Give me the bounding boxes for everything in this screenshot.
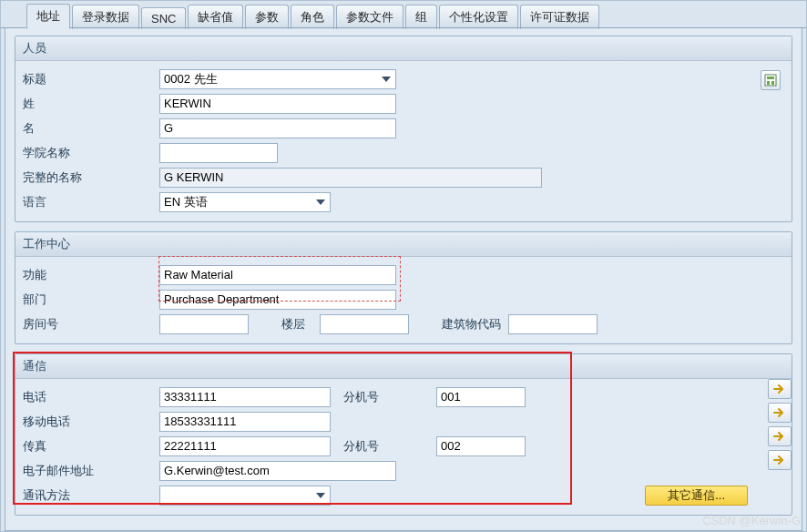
label-phone: 电话 (23, 389, 159, 405)
tab-label: 参数文件 (346, 10, 393, 24)
group-workcenter: 工作中心 功能 部门 房间号 楼层 建筑物代码 (15, 231, 792, 344)
input-fax-ext[interactable] (436, 436, 526, 456)
group-person: 人员 标题 0002 先生 姓 名 (15, 36, 792, 222)
svg-rect-1 (767, 77, 774, 79)
tab-label: 许可证数据 (530, 10, 589, 24)
input-building[interactable] (508, 314, 598, 334)
page-layout-icon[interactable] (761, 70, 781, 90)
tab-profiles[interactable]: 参数文件 (336, 5, 404, 29)
input-room[interactable] (159, 314, 249, 334)
select-language[interactable]: EN 英语 (159, 192, 331, 212)
tab-snc[interactable]: SNC (141, 7, 186, 29)
more-button-email[interactable] (768, 450, 792, 470)
input-department[interactable] (159, 290, 396, 310)
chevron-down-icon (313, 194, 328, 210)
label-mobile: 移动电话 (23, 414, 159, 430)
label-fax: 传真 (23, 438, 159, 455)
input-fax[interactable] (159, 436, 331, 456)
label-lastname: 姓 (23, 96, 159, 112)
tab-personalization[interactable]: 个性化设置 (439, 5, 518, 29)
input-phone[interactable] (159, 387, 331, 407)
label-floor: 楼层 (274, 316, 320, 332)
svg-rect-0 (765, 75, 776, 86)
select-title[interactable]: 0002 先生 (159, 69, 396, 89)
label-room: 房间号 (23, 316, 159, 332)
select-value: EN 英语 (164, 194, 208, 210)
tab-label: 地址 (36, 9, 60, 23)
input-lastname[interactable] (159, 94, 396, 114)
tab-license[interactable]: 许可证数据 (520, 5, 599, 29)
button-label: 其它通信... (668, 487, 725, 504)
tab-label: 角色 (301, 10, 324, 24)
svg-rect-3 (771, 81, 774, 85)
tab-label: 登录数据 (82, 10, 129, 24)
group-communication: 通信 电话 分机号 移动电话 传真 分机号 (15, 353, 792, 516)
more-button-phone[interactable] (768, 379, 792, 399)
tab-label: 缺省值 (198, 10, 233, 24)
label-function: 功能 (23, 267, 159, 283)
label-method: 通讯方法 (23, 487, 159, 504)
label-email: 电子邮件地址 (23, 463, 159, 479)
chevron-down-icon (313, 487, 328, 504)
tab-label: 组 (415, 10, 427, 24)
label-fax-ext: 分机号 (336, 438, 436, 455)
more-button-mobile[interactable] (768, 403, 792, 423)
tab-label: SNC (151, 12, 176, 26)
input-function[interactable] (159, 265, 396, 285)
button-other-comm[interactable]: 其它通信... (645, 486, 748, 506)
label-phone-ext: 分机号 (336, 389, 436, 405)
tab-content: 人员 标题 0002 先生 姓 名 (5, 28, 802, 531)
tabstrip: 地址 登录数据 SNC 缺省值 参数 角色 参数文件 组 个性化设置 许可证数据 (1, 1, 806, 28)
tab-parameters[interactable]: 参数 (245, 5, 289, 29)
tab-defaults[interactable]: 缺省值 (188, 5, 243, 29)
tab-roles[interactable]: 角色 (291, 5, 334, 29)
input-email[interactable] (159, 461, 396, 481)
tab-logon-data[interactable]: 登录数据 (72, 5, 139, 29)
select-comm-method[interactable] (159, 486, 331, 506)
group-title: 通信 (15, 354, 792, 379)
label-department: 部门 (23, 292, 159, 308)
label-language: 语言 (23, 194, 159, 210)
label-title: 标题 (23, 71, 159, 87)
input-academic[interactable] (159, 143, 278, 163)
chevron-down-icon (379, 71, 393, 87)
group-title: 工作中心 (15, 232, 792, 257)
input-floor[interactable] (320, 314, 409, 334)
label-academic: 学院名称 (23, 145, 159, 161)
tab-groups[interactable]: 组 (405, 5, 437, 29)
select-value: 0002 先生 (164, 71, 218, 87)
input-firstname[interactable] (159, 118, 396, 138)
label-firstname: 名 (23, 120, 159, 137)
input-mobile[interactable] (159, 412, 331, 432)
svg-rect-2 (767, 81, 770, 85)
tab-label: 个性化设置 (449, 10, 508, 24)
label-building: 建筑物代码 (434, 316, 508, 332)
tab-label: 参数 (255, 10, 279, 24)
input-phone-ext[interactable] (436, 387, 526, 407)
sap-window: 地址 登录数据 SNC 缺省值 参数 角色 参数文件 组 个性化设置 许可证数据… (0, 0, 807, 532)
tab-address[interactable]: 地址 (26, 4, 70, 29)
label-fullname: 完整的名称 (23, 169, 159, 186)
input-fullname (159, 168, 542, 188)
group-title: 人员 (15, 36, 792, 61)
more-button-fax[interactable] (768, 426, 792, 446)
